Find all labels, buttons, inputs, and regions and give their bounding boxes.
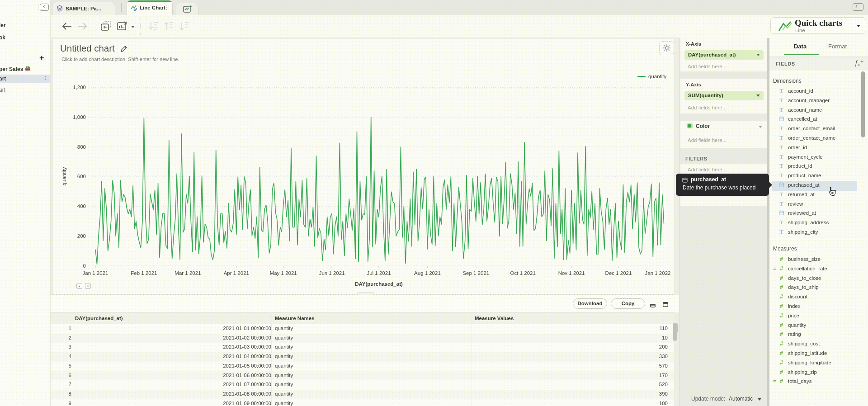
svg-text:1,200: 1,200 <box>73 85 86 90</box>
svg-text:quantity: quantity <box>61 167 67 186</box>
svg-text:Dec 1 2021: Dec 1 2021 <box>605 270 632 276</box>
svg-text:600: 600 <box>77 174 86 179</box>
svg-text:Sep 1 2021: Sep 1 2021 <box>462 270 489 276</box>
svg-text:800: 800 <box>77 144 86 150</box>
svg-text:Jun 1 2021: Jun 1 2021 <box>319 270 345 276</box>
svg-text:Nov 1 2021: Nov 1 2021 <box>558 270 585 276</box>
svg-text:1,000: 1,000 <box>73 114 86 120</box>
svg-text:Feb 1 2021: Feb 1 2021 <box>131 270 157 276</box>
svg-text:Jan 1 2022: Jan 1 2022 <box>645 270 671 276</box>
svg-text:Jan 1 2021: Jan 1 2021 <box>83 270 108 276</box>
svg-text:0: 0 <box>83 263 86 269</box>
svg-text:DAY(purchased_at): DAY(purchased_at) <box>355 281 403 287</box>
svg-text:Apr 1 2021: Apr 1 2021 <box>224 270 249 276</box>
svg-text:Mar 1 2021: Mar 1 2021 <box>175 270 201 276</box>
svg-text:200: 200 <box>77 233 86 239</box>
svg-text:Oct 1 2021: Oct 1 2021 <box>510 270 536 276</box>
svg-text:400: 400 <box>77 203 86 209</box>
svg-text:Aug 1 2021: Aug 1 2021 <box>414 270 441 276</box>
svg-text:May 1 2021: May 1 2021 <box>270 270 297 276</box>
svg-text:Jul 1 2021: Jul 1 2021 <box>367 270 391 276</box>
